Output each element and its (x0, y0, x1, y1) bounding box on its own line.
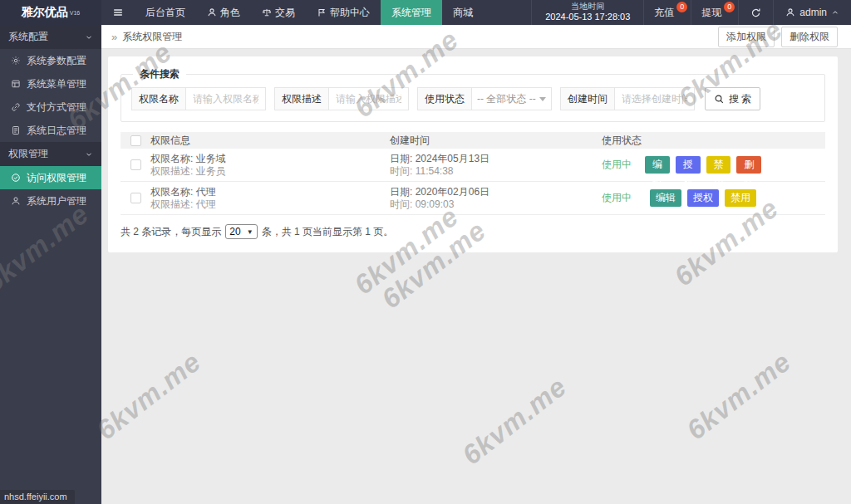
person-icon (11, 196, 21, 206)
edit-button[interactable]: 编辑 (645, 156, 670, 174)
chevron-up-icon (831, 8, 839, 17)
status-badge: 使用中 (602, 191, 645, 205)
search-legend: 条件搜索 (133, 67, 186, 81)
username: admin (799, 7, 827, 18)
page-title: 系统权限管理 (122, 30, 182, 44)
permission-name-input[interactable] (186, 87, 266, 110)
nav-roles[interactable]: 角色 (196, 0, 251, 25)
dropdown-arrow-icon: ▼ (247, 228, 253, 236)
permissions-table: 权限信息 创建时间 使用状态 权限名称: 业务域 权限描述: 业务员 日期: 2… (121, 132, 825, 215)
sidebar-item-label: 系统参数配置 (27, 54, 86, 68)
nav-system-label: 系统管理 (391, 6, 431, 20)
topbar-spacer (484, 0, 531, 25)
recharge-button[interactable]: 充值 0 (644, 0, 691, 25)
nav-home-label: 后台首页 (145, 6, 185, 20)
row-checkbox[interactable] (130, 159, 141, 170)
local-time-label: 当地时间 (571, 2, 604, 12)
delete-permission-button[interactable]: 删除权限 (781, 27, 838, 47)
create-date: 日期: 2020年02月06日 (390, 186, 602, 198)
sidebar-section-label: 系统配置 (8, 30, 48, 44)
nav-home[interactable]: 后台首页 (135, 0, 196, 25)
sidebar-item-access-permissions[interactable]: 访问权限管理 (0, 166, 101, 189)
disable-button[interactable]: 禁用 (725, 189, 756, 207)
topbar: 雅尔优品V16 后台首页 角色 交易 帮助中心 系统管理 商城 当地时间 2 (0, 0, 851, 25)
sidebar-item-system-users[interactable]: 系统用户管理 (0, 189, 101, 213)
sidebar-item-label: 访问权限管理 (27, 171, 86, 185)
use-status-selected-value: -- 全部状态 -- (477, 92, 536, 106)
search-fieldset: 条件搜索 权限名称 权限描述 使用状态 -- 全部状态 -- (121, 67, 825, 122)
nav-mall[interactable]: 商城 (442, 0, 484, 25)
pagination-suffix: 条，共 1 页当前显示第 1 页。 (262, 225, 394, 239)
sidebar-item-system-logs[interactable]: 系统日志管理 (0, 119, 101, 142)
add-permission-button[interactable]: 添加权限 (718, 27, 775, 47)
sidebar-item-label: 支付方式管理 (27, 100, 86, 115)
breadcrumb-chevron-icon: » (111, 31, 117, 43)
table-header-row: 权限信息 创建时间 使用状态 (121, 132, 825, 149)
permission-name-label: 权限名称 (131, 87, 186, 110)
search-form-row: 权限名称 权限描述 使用状态 -- 全部状态 -- 创建时间 (131, 87, 814, 110)
sidebar-section-permission-mgmt[interactable]: 权限管理 (0, 142, 101, 166)
authorize-button[interactable]: 授权 (687, 189, 719, 207)
pagination: 共 2 条记录，每页显示 20 ▼ 条，共 1 页当前显示第 1 页。 (121, 224, 825, 239)
sidebar-item-system-params[interactable]: 系统参数配置 (0, 49, 101, 72)
link-preview-url: nhsd.ffeiyii.com (4, 492, 67, 502)
page-size-select[interactable]: 20 ▼ (225, 224, 257, 239)
permission-name: 权限名称: 代理 (150, 186, 390, 198)
disable-button[interactable]: 禁用 (706, 156, 731, 174)
nav-trade-label: 交易 (275, 6, 295, 20)
pagination-prefix: 共 2 条记录，每页显示 (121, 225, 221, 239)
row-checkbox[interactable] (130, 193, 141, 203)
nav-help-center[interactable]: 帮助中心 (306, 0, 381, 25)
topbar-right: 当地时间 2024-05-13 17:28:03 充值 0 提现 0 admin (531, 0, 851, 25)
create-time: 时间: 11:54:38 (390, 165, 602, 178)
sidebar-item-label: 系统日志管理 (27, 124, 86, 138)
delete-button[interactable]: 删除 (736, 156, 761, 174)
create-time-label: 创建时间 (560, 87, 615, 110)
sidebar-item-label: 系统菜单管理 (27, 77, 86, 91)
app-logo-text: 雅尔优品 (22, 5, 68, 20)
create-time-cell: 日期: 2020年02月06日 时间: 09:09:03 (390, 186, 602, 211)
dropdown-arrow-icon (539, 97, 546, 101)
grid-icon (11, 79, 21, 89)
nav-system-management[interactable]: 系统管理 (381, 0, 442, 25)
sidebar-item-system-menu[interactable]: 系统菜单管理 (0, 72, 101, 95)
search-button[interactable]: 搜 索 (705, 87, 760, 110)
user-menu[interactable]: admin (774, 0, 851, 25)
withdraw-button[interactable]: 提现 0 (691, 0, 739, 25)
sidebar-section-system-config[interactable]: 系统配置 (0, 25, 101, 49)
local-time: 当地时间 2024-05-13 17:28:03 (532, 0, 644, 25)
use-status-field: 使用状态 -- 全部状态 -- (417, 87, 552, 110)
row-actions: 编辑 授权 禁用 删除 (645, 156, 761, 174)
recharge-badge: 0 (676, 2, 687, 12)
create-time-cell: 日期: 2024年05月13日 时间: 11:54:38 (390, 153, 602, 178)
permission-name: 权限名称: 业务域 (150, 153, 390, 165)
document-icon (11, 125, 21, 135)
create-time-field: 创建时间 (560, 87, 695, 110)
sidebar-item-label: 系统用户管理 (27, 194, 86, 208)
edit-button[interactable]: 编辑 (650, 189, 681, 207)
create-time-input[interactable] (615, 87, 695, 110)
permission-desc-input[interactable] (329, 87, 409, 110)
permission-desc: 权限描述: 代理 (150, 198, 390, 211)
nav-trade[interactable]: 交易 (251, 0, 306, 25)
permission-info-cell: 权限名称: 业务域 权限描述: 业务员 (150, 153, 390, 178)
refresh-button[interactable] (739, 0, 774, 25)
table-row: 权限名称: 业务域 权限描述: 业务员 日期: 2024年05月13日 时间: … (121, 149, 825, 182)
select-all-checkbox[interactable] (130, 135, 141, 146)
withdraw-label: 提现 (701, 6, 721, 20)
search-button-label: 搜 索 (729, 92, 751, 106)
search-icon (714, 94, 725, 105)
create-date: 日期: 2024年05月13日 (390, 153, 602, 165)
use-status-select[interactable]: -- 全部状态 -- (472, 87, 552, 110)
withdraw-badge: 0 (724, 2, 735, 12)
authorize-button[interactable]: 授权 (676, 156, 701, 174)
sidebar: 系统配置 系统参数配置 系统菜单管理 支付方式管理 系统日志管理 权限管理 (0, 25, 101, 504)
link-preview-status-bar: nhsd.ffeiyii.com (0, 490, 75, 504)
sidebar-section-label: 权限管理 (8, 147, 48, 161)
hamburger-menu-button[interactable] (101, 0, 135, 25)
flag-icon (317, 7, 327, 17)
local-time-value: 2024-05-13 17:28:03 (545, 12, 630, 23)
permission-desc-label: 权限描述 (274, 87, 329, 110)
sidebar-item-payment-methods[interactable]: 支付方式管理 (0, 95, 101, 119)
person-icon (207, 7, 217, 17)
